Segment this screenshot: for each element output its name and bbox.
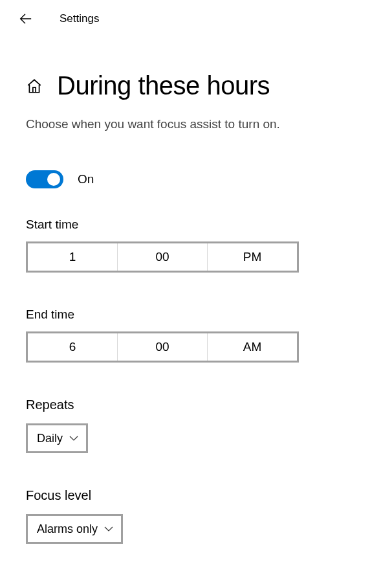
start-period[interactable]: PM [208, 243, 297, 271]
header-title: Settings [60, 12, 99, 25]
repeats-value: Daily [37, 432, 63, 445]
chevron-down-icon [104, 526, 113, 532]
home-icon[interactable] [26, 78, 43, 95]
toggle-knob [47, 173, 60, 186]
page-subtitle: Choose when you want focus assist to tur… [26, 117, 366, 131]
back-arrow-icon[interactable] [18, 12, 32, 26]
chevron-down-icon [69, 436, 78, 442]
page-title: During these hours [57, 71, 270, 100]
end-time-label: End time [26, 308, 366, 322]
focus-assist-toggle[interactable] [26, 170, 63, 188]
focus-level-value: Alarms only [37, 522, 98, 536]
repeats-dropdown[interactable]: Daily [26, 423, 88, 453]
toggle-state-label: On [78, 172, 94, 186]
start-minute[interactable]: 00 [118, 243, 208, 271]
end-minute[interactable]: 00 [118, 333, 208, 361]
start-time-label: Start time [26, 218, 366, 232]
end-period[interactable]: AM [208, 333, 297, 361]
repeats-label: Repeats [26, 397, 366, 412]
end-hour[interactable]: 6 [28, 333, 118, 361]
start-time-picker[interactable]: 1 00 PM [26, 241, 299, 273]
focus-level-label: Focus level [26, 488, 366, 503]
focus-level-dropdown[interactable]: Alarms only [26, 514, 123, 544]
start-hour[interactable]: 1 [28, 243, 118, 271]
end-time-picker[interactable]: 6 00 AM [26, 331, 299, 363]
